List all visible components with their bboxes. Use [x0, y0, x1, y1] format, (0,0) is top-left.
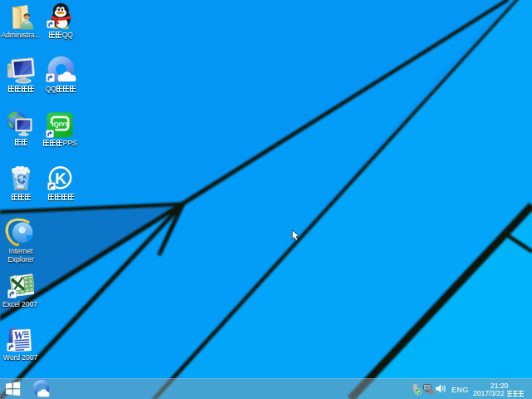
svg-text:iQIYI: iQIYI: [52, 121, 66, 128]
svg-text:K: K: [55, 170, 66, 187]
